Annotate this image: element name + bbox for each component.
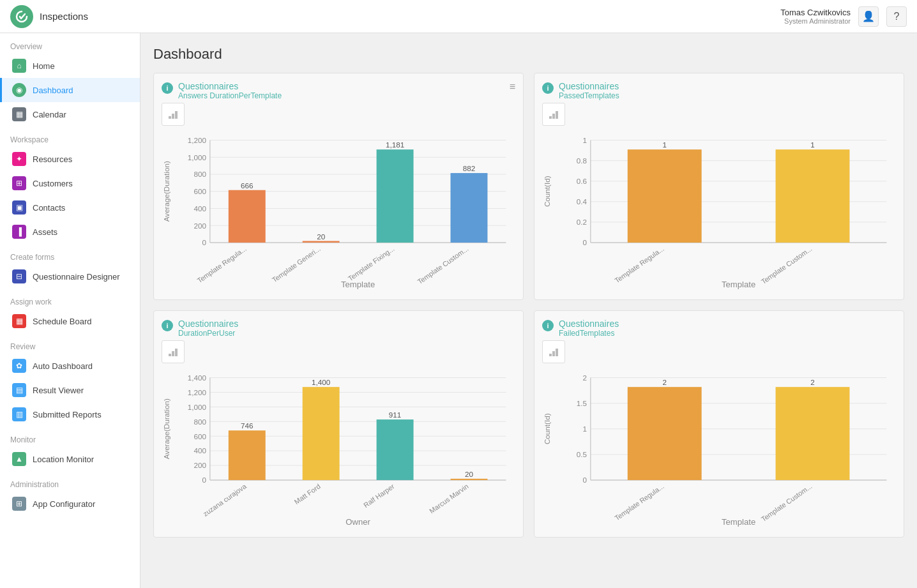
svg-rect-79	[229, 430, 266, 480]
svg-rect-94	[552, 351, 555, 356]
svg-rect-95	[556, 349, 558, 356]
svg-text:Average(Duration): Average(Duration)	[162, 161, 171, 222]
svg-text:0: 0	[583, 238, 587, 246]
sidebar-item-label-calendar: Calendar	[33, 110, 66, 119]
svg-rect-28	[450, 173, 487, 243]
sidebar-item-resources[interactable]: ✦Resources	[0, 147, 140, 171]
sidebar-item-calendar[interactable]: ▦Calendar	[0, 102, 140, 126]
app-logo[interactable]	[10, 5, 33, 28]
info-icon-chart2[interactable]: i	[542, 82, 554, 94]
sidebar-item-app-configurator[interactable]: ⊞App Configurator	[0, 492, 140, 516]
user-avatar-button[interactable]: 👤	[858, 6, 879, 27]
svg-text:2: 2	[810, 378, 814, 386]
svg-rect-2	[175, 111, 178, 119]
list-view-button-chart1[interactable]: ≡	[510, 81, 515, 93]
svg-text:911: 911	[389, 411, 401, 419]
svg-rect-1	[172, 114, 174, 119]
svg-text:0.8: 0.8	[577, 156, 587, 165]
svg-text:0: 0	[202, 476, 207, 484]
svg-text:1: 1	[583, 136, 587, 144]
svg-text:600: 600	[194, 187, 207, 195]
chart-header-chart3: iQuestionnairesDurationPerUser	[162, 319, 515, 338]
sidebar-item-questionnaire-designer[interactable]: ⊟Questionnaire Designer	[0, 264, 140, 289]
svg-text:Template Custom...: Template Custom...	[760, 245, 814, 285]
info-icon-chart4[interactable]: i	[542, 320, 554, 331]
home-icon: ⌂	[12, 59, 26, 73]
sidebar-item-auto-dashboard[interactable]: ✿Auto Dashboard	[0, 354, 140, 378]
svg-rect-111	[776, 387, 850, 480]
svg-rect-0	[169, 116, 171, 119]
svg-text:200: 200	[194, 461, 207, 469]
main-layout: Overview⌂Home◉Dashboard▦CalendarWorkspac…	[0, 33, 917, 588]
sidebar-item-label-questionnaire-designer: Questionnaire Designer	[33, 272, 120, 282]
user-name: Tomas Czwitkovics	[780, 8, 851, 17]
svg-rect-88	[450, 479, 487, 480]
svg-rect-34	[552, 114, 555, 119]
svg-rect-58	[169, 354, 171, 356]
svg-rect-22	[303, 241, 340, 242]
appconfig-icon: ⊞	[12, 497, 26, 511]
svg-text:600: 600	[194, 432, 207, 440]
bar-chart-svg-chart2: 00.20.40.60.811Template Regula...1Templa…	[542, 131, 896, 289]
sidebar-item-home[interactable]: ⌂Home	[0, 54, 140, 78]
chart-title-chart4: Questionnaires	[559, 319, 619, 329]
info-icon-chart3[interactable]: i	[162, 320, 173, 331]
dashboard-icon: ◉	[12, 83, 26, 97]
sidebar-item-assets[interactable]: ▐Assets	[0, 220, 140, 244]
chart-subtitle-chart1: Answers DurationPerTemplate	[178, 91, 282, 100]
submitted-icon: ▥	[12, 407, 26, 421]
svg-text:1,000: 1,000	[188, 153, 207, 162]
sidebar-item-label-app-configurator: App Configurator	[33, 499, 95, 509]
autodash-icon: ✿	[12, 359, 26, 373]
svg-rect-35	[556, 111, 558, 119]
svg-text:0: 0	[202, 238, 207, 246]
sidebar-item-submitted-reports[interactable]: ▥Submitted Reports	[0, 402, 140, 426]
svg-text:400: 400	[194, 446, 207, 455]
svg-text:882: 882	[463, 164, 475, 172]
page-title: Dashboard	[153, 46, 904, 63]
chart-card-chart2: iQuestionnairesPassedTemplates 00.20.40.…	[534, 73, 904, 300]
sidebar-item-location-monitor[interactable]: ▲Location Monitor	[0, 447, 140, 471]
svg-text:Template: Template	[722, 517, 755, 527]
expand-icon-chart3[interactable]	[162, 340, 185, 363]
chart-header-chart4: iQuestionnairesFailedTemplates	[542, 319, 896, 338]
sidebar-item-label-dashboard: Dashboard	[33, 86, 73, 95]
svg-text:2: 2	[583, 373, 587, 382]
sidebar-item-schedule-board[interactable]: ▦Schedule Board	[0, 309, 140, 333]
chart-card-chart4: iQuestionnairesFailedTemplates 00.511.52…	[534, 310, 904, 538]
help-button[interactable]: ?	[886, 6, 907, 27]
expand-icon-chart1[interactable]	[162, 103, 185, 126]
expand-icon-chart4[interactable]	[542, 340, 565, 363]
sidebar-item-dashboard[interactable]: ◉Dashboard	[0, 78, 140, 102]
info-icon-chart1[interactable]: i	[162, 82, 173, 94]
svg-text:1,200: 1,200	[188, 388, 207, 396]
sidebar-item-customers[interactable]: ⊞Customers	[0, 171, 140, 195]
svg-text:Matt Ford: Matt Ford	[293, 482, 322, 506]
svg-rect-60	[175, 349, 178, 356]
svg-text:Ralf Harper: Ralf Harper	[362, 482, 396, 509]
svg-text:Template Regula...: Template Regula...	[613, 482, 665, 522]
chart-header-chart1: iQuestionnairesAnswers DurationPerTempla…	[162, 81, 515, 100]
expand-icon-chart2[interactable]	[542, 103, 565, 126]
svg-text:Template Fixing...: Template Fixing...	[347, 245, 396, 282]
questionnaire-icon: ⊟	[12, 269, 26, 283]
contacts-icon: ▣	[12, 200, 26, 215]
svg-text:746: 746	[241, 421, 253, 430]
sidebar-item-result-viewer[interactable]: ▤Result Viewer	[0, 378, 140, 402]
svg-rect-85	[377, 419, 414, 480]
sidebar-section-administration: Administration	[0, 471, 140, 492]
sidebar-item-label-home: Home	[33, 61, 55, 71]
svg-text:Template Regula...: Template Regula...	[613, 245, 665, 284]
svg-text:Count(Id): Count(Id)	[543, 176, 551, 207]
sidebar-item-label-contacts: Contacts	[33, 203, 65, 213]
svg-text:20: 20	[317, 232, 325, 241]
sidebar-item-label-submitted-reports: Submitted Reports	[33, 410, 102, 419]
sidebar-item-contacts[interactable]: ▣Contacts	[0, 195, 140, 220]
sidebar-item-label-auto-dashboard: Auto Dashboard	[33, 361, 93, 371]
svg-text:Count(Id): Count(Id)	[543, 413, 551, 444]
svg-text:0: 0	[583, 476, 587, 484]
svg-text:0.5: 0.5	[577, 450, 587, 458]
sidebar-item-label-location-monitor: Location Monitor	[33, 455, 94, 464]
sidebar-section-workspace: Workspace	[0, 126, 140, 147]
svg-text:1: 1	[662, 140, 666, 149]
